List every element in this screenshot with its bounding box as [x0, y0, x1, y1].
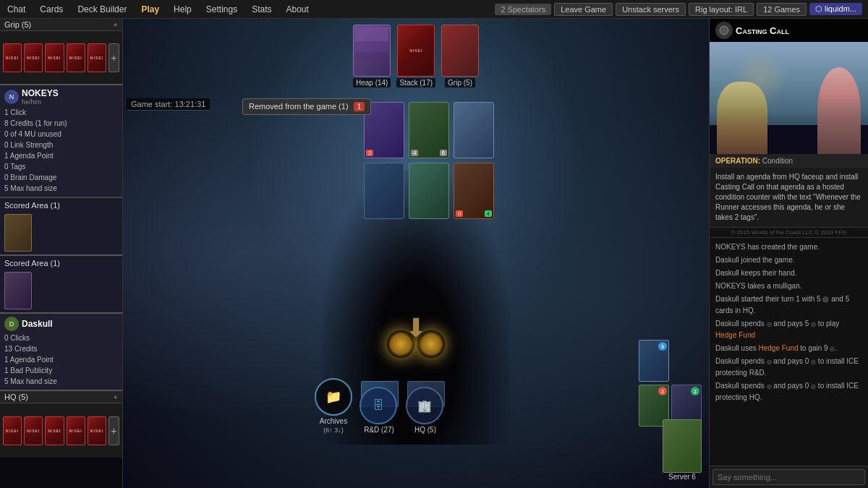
chat-input[interactable]	[712, 469, 865, 485]
hq-add-btn[interactable]: +	[114, 393, 118, 401]
runner-player-info: N NOKEYS he/him 1 Click 8 Credits (1 for…	[0, 85, 122, 197]
notification-text: Removed from the game (1)	[249, 102, 349, 111]
card-preview-section: Casting Call OPERATION: Condition	[710, 19, 868, 238]
card-art-figure	[710, 42, 868, 154]
nav-stats[interactable]: Stats	[244, 1, 278, 17]
grip-header: Grip (5) +	[0, 19, 122, 31]
unstack-servers-button[interactable]: Unstack servers	[616, 3, 686, 16]
log-line-2: Daskull joined the game.	[715, 254, 862, 267]
spectators-count: 2 Spectators	[495, 4, 551, 15]
rig-layout-button[interactable]: Rig layout: IRL	[689, 3, 754, 16]
server6-label: Server 6	[663, 473, 702, 481]
hq-card-3[interactable]	[45, 416, 64, 445]
grip-add-button[interactable]: +	[109, 43, 119, 72]
runner-scored-card-1[interactable]	[4, 214, 32, 252]
game-board: Game start: 13:21:31 Removed from the ga…	[123, 19, 709, 488]
nav-play[interactable]: Play	[134, 1, 166, 17]
card-type-label: OPERATION:	[715, 157, 760, 165]
hq-card-1[interactable]	[3, 416, 22, 445]
runner-hand-area: 3 2 2	[639, 340, 702, 427]
log-line-5: Daskull started their turn 1 with 5 ◎ an…	[715, 293, 862, 317]
heap-label: Heap (14)	[353, 78, 391, 87]
grip-cards-area: +	[0, 31, 122, 85]
hq-add-button[interactable]: +	[109, 416, 119, 445]
left-panel: Grip (5) + + N NOKEYS he/him 1 Click 8 C…	[0, 19, 123, 488]
grip-hand-label: Grip (5)	[445, 78, 475, 87]
chat-input-row	[710, 466, 868, 488]
heap-pile[interactable]: Heap (14)	[353, 25, 391, 87]
corp-servers-area: 📁 Archives (6↑ 3↓) 🗄 R&D (27) 🏢 HQ (5)	[315, 378, 445, 434]
card-badge-2: 2	[658, 387, 667, 395]
server6-pile[interactable]: Server 6	[663, 419, 702, 481]
runner-clicks: 1 Click	[4, 107, 118, 118]
turn-arrow: ⬇	[405, 313, 427, 343]
rnd-card-stack: 🗄	[359, 381, 399, 424]
program-card-3[interactable]	[454, 102, 494, 158]
game-start-time: Game start: 13:21:31	[127, 98, 210, 111]
log-line-1: NOKEYS has created the game.	[715, 241, 862, 254]
grip-card-3[interactable]	[45, 43, 64, 72]
hq-card-5[interactable]	[88, 416, 106, 445]
nav-chat[interactable]: Chat	[0, 1, 33, 17]
grip-card-2[interactable]	[24, 43, 43, 72]
svg-point-0	[720, 26, 728, 35]
archives-server[interactable]: 📁 Archives (6↑ 3↓)	[315, 378, 352, 434]
hedge-fund-link-2[interactable]: Hedge Fund	[758, 344, 798, 352]
nav-help[interactable]: Help	[166, 1, 199, 17]
nav-deckbuilder[interactable]: Deck Builder	[70, 1, 134, 17]
hq-server[interactable]: 🏢 HQ (5)	[406, 381, 445, 434]
card-subtype-label: Condition	[762, 157, 793, 165]
hq-card-2[interactable]	[24, 416, 43, 445]
card-copyright: © 2015 Words of the Coast LLC © 2019 FFG	[726, 228, 853, 237]
archives-label: Archives	[320, 417, 347, 425]
card-badge-3: 2	[691, 387, 699, 395]
hq-card-4[interactable]	[67, 416, 85, 445]
runner-mu: 0 of 4 MU unused	[4, 129, 118, 140]
card-art	[710, 42, 868, 154]
stack-card-img	[397, 25, 435, 77]
user-badge[interactable]: ⬡ liquidm...	[809, 3, 862, 15]
runner-top-row: Heap (14) Stack (17) Grip (5)	[353, 25, 479, 87]
log-line-8: Daskull spends ◎ and pays 0 ◎ to install…	[715, 355, 862, 380]
runner-avatar: N	[4, 90, 19, 104]
grip-card-4[interactable]	[67, 43, 85, 72]
game-log: NOKEYS has created the game. Daskull joi…	[710, 238, 868, 466]
runner-credits: 8 Credits (1 for run)	[4, 118, 118, 129]
rnd-server[interactable]: 🗄 R&D (27)	[359, 381, 399, 434]
hq-icon: 🏢	[406, 387, 443, 424]
hedge-fund-link-1[interactable]: Hedge Fund	[715, 331, 755, 339]
runner-scored-cards	[3, 213, 119, 253]
corp-clicks: 0 Clicks	[4, 333, 118, 343]
game-notification[interactable]: Removed from the game (1) 1	[242, 98, 371, 115]
runner-agenda: 1 Agenda Point	[4, 150, 118, 161]
corp-agenda: 1 Agenda Point	[4, 354, 118, 365]
grip-add-btn[interactable]: +	[114, 20, 118, 29]
runner-scored-header: Scored Area (1)	[3, 200, 119, 211]
card-art-person2	[717, 82, 767, 154]
log-line-6: Daskull spends ◎ and pays 5 ◎ to play He…	[715, 317, 862, 342]
nav-about[interactable]: About	[279, 1, 316, 17]
stack-pile[interactable]: Stack (17)	[396, 25, 435, 87]
nav-settings[interactable]: Settings	[199, 1, 244, 17]
games-count-button[interactable]: 12 Games	[757, 3, 807, 16]
nav-cards[interactable]: Cards	[33, 1, 70, 17]
leave-game-button[interactable]: Leave Game	[554, 3, 613, 16]
program-card-4[interactable]	[364, 163, 404, 219]
corp-credits: 13 Credits	[4, 343, 118, 354]
grip-pile[interactable]: Grip (5)	[441, 25, 479, 87]
server6-card-img	[663, 419, 702, 473]
grip-card-1[interactable]	[3, 43, 22, 72]
runner-stats: 1 Click 8 Credits (1 for run) 0 of 4 MU …	[4, 107, 118, 194]
program-card-5[interactable]	[409, 163, 449, 219]
hq-cards: +	[0, 403, 122, 458]
program-card-6[interactable]: 0 4	[454, 163, 494, 219]
runner-link: 0 Link Strength	[4, 140, 118, 150]
runner-brain: 0 Brain Damage	[4, 172, 118, 183]
program-card-2[interactable]: 4 6	[409, 102, 449, 158]
hq-pile-stack: 🏢	[406, 381, 445, 424]
corp-scored-card-1[interactable]	[4, 272, 32, 309]
grip-card-5[interactable]	[88, 43, 106, 72]
log-line-9: Daskull spends ◎ and pays 0 ◎ to install…	[715, 380, 862, 404]
runner-hand-card-1[interactable]: 3	[639, 340, 669, 382]
card-type-bar: OPERATION: Condition	[710, 154, 868, 168]
